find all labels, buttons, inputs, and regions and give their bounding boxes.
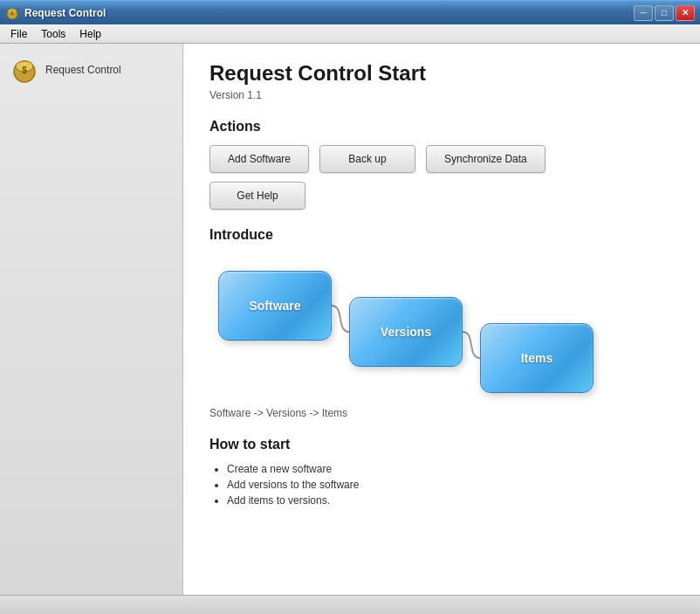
maximize-button[interactable]: □ — [655, 5, 674, 21]
list-item: Add versions to the software — [227, 479, 674, 491]
introduce-section: Introduce Software Versions Items — [209, 227, 674, 419]
title-bar: $ Request Control ─ □ ✕ — [0, 0, 700, 24]
main-area: Request Control Start Version 1.1 Action… — [183, 44, 700, 595]
sidebar: $ Request Control — [0, 44, 183, 595]
sidebar-app-icon: $ — [10, 56, 38, 84]
page-title: Request Control Start — [209, 61, 674, 86]
menu-tools[interactable]: Tools — [34, 26, 72, 42]
diagram-box-items: Items — [480, 323, 594, 393]
diagram-container: Software Versions Items — [209, 253, 628, 393]
backup-button[interactable]: Back up — [319, 145, 415, 173]
get-help-button[interactable]: Get Help — [209, 182, 305, 210]
list-item: Add items to versions. — [227, 494, 674, 507]
add-software-button[interactable]: Add Software — [209, 145, 309, 173]
diagram-box-versions: Versions — [349, 297, 463, 367]
menu-help[interactable]: Help — [72, 26, 108, 42]
minimize-button[interactable]: ─ — [634, 5, 653, 21]
status-bar — [0, 595, 700, 614]
how-to-start-title: How to start — [209, 437, 674, 452]
synchronize-data-button[interactable]: Synchronize Data — [426, 145, 546, 173]
window-title: Request Control — [24, 7, 628, 19]
actions-row-1: Add Software Back up Synchronize Data — [209, 145, 674, 173]
list-item: Create a new software — [227, 463, 674, 475]
actions-row-2: Get Help — [209, 182, 674, 210]
how-to-start-list: Create a new software Add versions to th… — [227, 463, 674, 507]
version-text: Version 1.1 — [209, 89, 674, 101]
introduce-section-title: Introduce — [209, 227, 674, 243]
window-content: $ Request Control Request Control Start … — [0, 44, 700, 595]
sidebar-item-label: Request Control — [45, 64, 121, 76]
menu-file[interactable]: File — [3, 26, 34, 42]
diagram-box-software: Software — [218, 271, 332, 341]
window-controls: ─ □ ✕ — [634, 5, 695, 21]
how-to-start-section: How to start Create a new software Add v… — [209, 437, 674, 507]
menu-bar: File Tools Help — [0, 24, 700, 44]
actions-section-title: Actions — [209, 119, 674, 135]
breadcrumb-path: Software -> Versions -> Items — [209, 407, 674, 419]
close-button[interactable]: ✕ — [676, 5, 695, 21]
sidebar-item-request-control[interactable]: $ Request Control — [0, 51, 182, 89]
svg-text:$: $ — [22, 66, 27, 75]
app-icon: $ — [5, 6, 19, 20]
